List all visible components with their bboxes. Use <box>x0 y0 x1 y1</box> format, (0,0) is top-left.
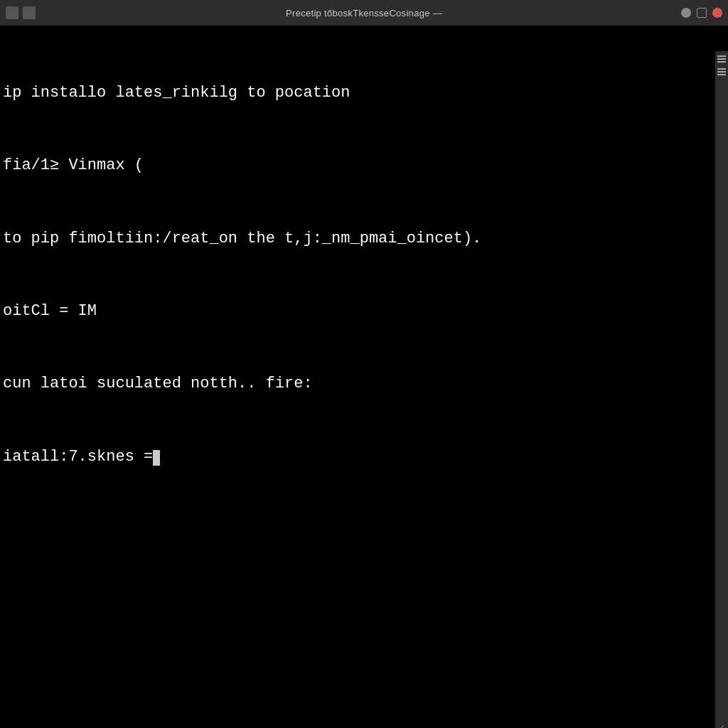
terminal-line-4: oitCl = IM <box>3 299 728 323</box>
terminal-cursor <box>153 450 160 466</box>
sidebar-bottom-icons: ✓ <box>717 722 727 728</box>
sidebar-icon-1[interactable] <box>717 54 727 64</box>
window-icon-1 <box>6 6 18 19</box>
svg-rect-5 <box>717 74 726 75</box>
terminal-line-3: to pip fimoltiin:/reat_on the t,j:_nm_pm… <box>3 227 728 251</box>
maximize-button[interactable] <box>697 8 707 18</box>
terminal-sidebar: ✓ <box>715 51 728 728</box>
titlebar: Precetip tőboskTkensseCosinage — <box>0 0 728 26</box>
svg-rect-4 <box>717 71 726 73</box>
terminal-line-2: fia/1≥ Vinmax ( <box>3 154 728 178</box>
terminal-window: Precetip tőboskTkensseCosinage — ip inst… <box>0 0 728 728</box>
check-icon[interactable]: ✓ <box>717 722 727 728</box>
terminal-line-5: cun latoi suculated notth.. fire: <box>3 372 728 396</box>
window-controls <box>681 8 722 18</box>
terminal-line-6: iatall:7.sknes = <box>3 445 728 469</box>
titlebar-left-controls <box>6 6 36 19</box>
terminal-line-1: ip installo lates_rinkilg to pocation <box>3 81 728 105</box>
window-icon-2 <box>23 6 36 19</box>
svg-rect-3 <box>717 68 726 70</box>
window-title: Precetip tőboskTkensseCosinage — <box>286 8 442 18</box>
minimize-button[interactable] <box>681 8 691 18</box>
svg-rect-0 <box>717 55 726 57</box>
svg-rect-1 <box>717 58 726 60</box>
terminal-body[interactable]: ip installo lates_rinkilg to pocation fi… <box>0 26 728 518</box>
svg-rect-2 <box>717 61 726 63</box>
terminal-output: ip installo lates_rinkilg to pocation fi… <box>3 33 728 518</box>
sidebar-icon-2[interactable] <box>717 67 727 77</box>
close-button[interactable] <box>712 8 722 18</box>
